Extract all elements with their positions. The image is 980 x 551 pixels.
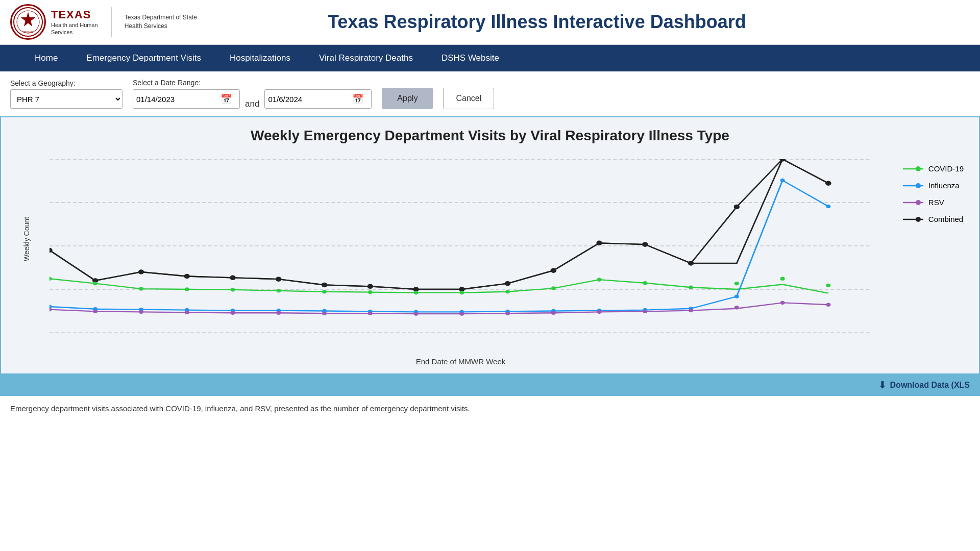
svg-point-67 [50, 308, 52, 312]
svg-point-77 [505, 311, 510, 315]
svg-point-69 [139, 310, 143, 314]
svg-point-41 [505, 290, 510, 294]
download-bar: ⬇ Download Data (XLS [0, 374, 980, 396]
svg-point-84 [826, 303, 830, 307]
combined-line [50, 159, 828, 289]
svg-point-70 [185, 311, 189, 315]
and-text: and [245, 99, 259, 109]
svg-point-73 [322, 311, 327, 315]
download-icon: ⬇ [878, 380, 886, 391]
calendar-end-icon[interactable]: 📅 [352, 93, 363, 105]
y-axis-label: Weekly Count [22, 231, 31, 261]
svg-point-44 [643, 281, 647, 285]
chart-legend: COVID-19 Influenza RSV Combined [903, 164, 964, 223]
covid19-line [50, 279, 828, 293]
navigation: Home Emergency Department Visits Hospita… [0, 45, 980, 71]
date-end-input[interactable] [268, 95, 352, 104]
nav-viral-deaths[interactable]: Viral Respiratory Deaths [305, 45, 427, 71]
download-button[interactable]: ⬇ Download Data (XLS [878, 380, 970, 391]
svg-point-104 [916, 166, 921, 171]
chart-inner: 2,000 1,500 1,000 500 [50, 159, 872, 333]
svg-point-43 [597, 278, 601, 282]
svg-point-68 [93, 310, 97, 314]
date-range-group: Select a Date Range: 📅 and 📅 [133, 79, 372, 109]
footer-note: Emergency department visits associated w… [0, 396, 980, 421]
geography-group: Select a Geography: PHR 7 Statewide PHR … [10, 79, 122, 109]
calendar-start-icon[interactable]: 📅 [220, 93, 232, 105]
legend-influenza-label: Influenza [928, 181, 960, 190]
nav-ed-visits[interactable]: Emergency Department Visits [72, 45, 215, 71]
svg-point-108 [916, 200, 921, 205]
controls-bar: Select a Geography: PHR 7 Statewide PHR … [0, 71, 980, 116]
svg-point-106 [916, 183, 921, 188]
svg-point-46 [734, 282, 739, 286]
svg-point-76 [459, 312, 464, 316]
svg-point-38 [368, 290, 373, 294]
svg-point-32 [93, 282, 97, 286]
chart-container: Weekly Emergency Department Visits by Vi… [0, 116, 980, 374]
svg-point-82 [734, 306, 739, 310]
legend-combined-label: Combined [928, 215, 963, 223]
svg-point-45 [689, 285, 693, 289]
svg-point-74 [368, 311, 373, 315]
legend-influenza: Influenza [903, 181, 964, 190]
svg-point-35 [230, 288, 235, 292]
svg-point-36 [276, 289, 281, 293]
chart-svg: 2,000 1,500 1,000 500 [50, 159, 872, 333]
svg-point-31 [50, 277, 52, 281]
chart-area: Weekly Count 2,000 1,500 1,000 500 [11, 154, 969, 368]
svg-point-39 [413, 291, 418, 295]
date-start-input[interactable] [136, 95, 220, 104]
svg-point-83 [780, 301, 785, 305]
legend-combined: Combined [903, 215, 964, 223]
page-title: Texas Respiratory Illness Interactive Da… [104, 11, 970, 33]
date-end-wrap: 📅 [264, 89, 372, 109]
svg-point-64 [734, 294, 739, 298]
svg-point-33 [139, 287, 143, 291]
health-services-label: Health and HumanServices [51, 21, 98, 36]
x-axis-label: End Date of MMWR Week [50, 357, 872, 366]
svg-point-37 [322, 290, 327, 294]
date-label: Select a Date Range: [133, 79, 372, 87]
svg-point-48 [826, 284, 830, 288]
legend-rsv: RSV [903, 198, 964, 207]
svg-point-66 [826, 205, 830, 209]
nav-home[interactable]: Home [20, 45, 72, 71]
download-label: Download Data (XLS [890, 381, 970, 390]
geography-select[interactable]: PHR 7 Statewide PHR 1 PHR 2 PHR 3 PHR 4 … [10, 89, 122, 109]
apply-button[interactable]: Apply [382, 88, 433, 109]
legend-rsv-label: RSV [928, 198, 944, 207]
svg-point-40 [459, 291, 464, 295]
texas-seal-icon: TEXAS [10, 4, 46, 40]
svg-point-79 [597, 310, 601, 314]
svg-point-80 [643, 310, 647, 314]
nav-dshs-website[interactable]: DSHS Website [427, 45, 513, 71]
svg-point-75 [413, 312, 418, 316]
date-start-wrap: 📅 [133, 89, 240, 109]
svg-point-34 [185, 287, 189, 291]
svg-point-72 [276, 311, 281, 315]
logo-text: TEXAS Health and HumanServices [51, 8, 98, 36]
chart-title: Weekly Emergency Department Visits by Vi… [11, 128, 969, 144]
geo-label: Select a Geography: [10, 79, 122, 87]
legend-covid19: COVID-19 [903, 164, 964, 173]
svg-text:TEXAS: TEXAS [23, 31, 33, 34]
svg-point-110 [916, 217, 921, 222]
svg-marker-2 [21, 12, 36, 27]
header: TEXAS TEXAS Health and HumanServices Tex… [0, 0, 980, 45]
texas-label: TEXAS [51, 8, 98, 21]
svg-point-42 [551, 286, 556, 290]
svg-point-78 [551, 311, 556, 315]
svg-point-47 [780, 277, 785, 281]
svg-point-71 [230, 311, 235, 315]
nav-hospitalizations[interactable]: Hospitalizations [215, 45, 305, 71]
legend-covid19-label: COVID-19 [928, 164, 964, 173]
svg-point-65 [780, 179, 785, 183]
cancel-button[interactable]: Cancel [443, 88, 494, 109]
svg-point-81 [689, 309, 693, 313]
